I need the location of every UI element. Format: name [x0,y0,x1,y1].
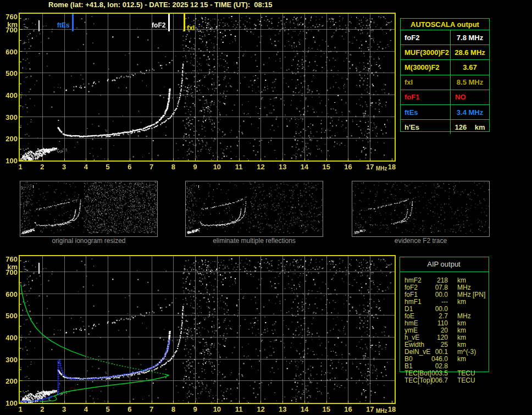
marker-ftEs-label: ftEs [57,21,70,29]
autoscala-row-label: M(3000)F2 [401,60,451,74]
marker-ftEs-line [72,14,74,31]
y-tick-label: 300 [1,113,18,121]
autoscala-row-label: MUF(3000)F2 [401,45,451,59]
y-tick-label: 500 [1,312,18,320]
aip-panel: AIP output hmF2218kmfoF207.8MHzfoF100.0M… [400,257,489,391]
ionogram-plot-bottom [19,255,396,404]
x-tick-label: 6 [124,405,136,413]
x-tick-label: 2 [36,163,48,171]
autoscala-row-value: 28.6 MHz [451,48,489,57]
autoscala-row: foF1NO [401,90,489,104]
aip-row-unit: km [457,356,466,363]
autoscala-row: M(3000)F23.67 [401,59,489,74]
thumbnail-original-canvas [20,181,157,234]
y-tick-label: 200 [1,135,18,143]
x-tick-label: 7 [146,163,158,171]
autoscala-row-label: fxI [401,75,451,90]
autoscala-row-value: 3.4 MHz [451,108,489,117]
page-title: Rome (lat: +41.8, lon: 012.5) - DATE: 20… [48,1,273,9]
y-tick-label: 700 [1,26,18,34]
x-tick-label: 3 [58,405,70,413]
x-tick-label: 10 [211,405,223,413]
y-tick-label: 600 [1,48,18,56]
x-tick-label: 12 [254,163,267,171]
x-axis-unit-label: MHz [376,165,387,171]
x-tick-label: 9 [189,163,201,171]
autoscala-row-value: 126 km [451,123,489,131]
x-tick-label: 5 [102,405,114,413]
y-tick-label: 500 [1,69,18,78]
autoscala-header: AUTOSCALA output [401,19,489,30]
thumbnail-eliminate-reflections [185,181,323,237]
x-tick-label: 2 [36,405,48,413]
autoscala-panel: AUTOSCALA output foF27.8 MHzMUF(3000)F22… [400,18,490,132]
y-tick-label: 760 [1,255,18,263]
y-tick-label: 400 [1,91,18,99]
x-tick-label: 11 [233,405,245,413]
autoscala-row-value: 8.5 MHz [451,78,489,86]
x-tick-label: 9 [189,405,201,413]
x-tick-label: 18 [386,163,398,171]
marker-fxI-line [184,14,185,31]
x-tick-label: 14 [298,163,311,171]
autoscala-row: fxI8.5 MHz [401,75,489,90]
y-tick-label: 600 [1,290,18,298]
x-tick-label: 16 [342,405,354,413]
artifact-tick-bottom [38,263,40,274]
ionogram-canvas-top [20,14,395,161]
y-tick-label: 200 [1,377,18,385]
aip-row-extra: [PN] [473,291,485,298]
x-tick-label: 12 [254,405,267,413]
aip-row-unit: km [457,298,466,306]
x-tick-label: 14 [298,405,311,413]
thumbnail-evidence-canvas [352,181,489,234]
x-tick-label: 13 [276,163,289,171]
ionogram-canvas-bottom [20,256,395,403]
aip-header: AIP output [400,260,488,268]
x-tick-label: 4 [80,405,92,413]
x-axis-unit-label: MHz [376,408,387,414]
autoscala-row-value: NO [451,93,489,101]
artifact-tick-top [38,20,40,31]
y-tick-label: 300 [1,356,18,364]
x-tick-label: 3 [58,163,70,171]
y-tick-label: 400 [1,334,18,342]
x-tick-label: 8 [167,405,179,413]
autoscala-row-value: 7.8 MHz [451,34,489,42]
thumbnail-original-caption: original ionogram resized [20,237,158,245]
x-tick-label: 5 [102,163,114,171]
autoscala-row-value: 3.67 [451,63,489,71]
x-tick-label: 7 [146,405,158,413]
aip-row-value: 006.7 [422,377,448,384]
aip-row: TEC[Top]006.7TECU [400,377,489,384]
autoscala-row: ftEs3.4 MHz [401,104,489,119]
x-tick-label: 15 [320,163,332,171]
autoscala-row: foF27.8 MHz [401,30,489,45]
x-tick-label: 18 [386,405,398,413]
thumbnail-evidence-f2 [352,181,490,237]
thumbnail-eliminate-caption: eliminate multiple reflections [185,237,323,245]
y-tick-label: 100 [1,157,18,165]
y-tick-label: 760 [1,13,18,21]
autoscala-row-label: h'Es [401,120,451,134]
x-tick-label: 8 [167,163,179,171]
x-tick-label: 17 [364,163,376,171]
autoscala-row-label: foF1 [401,90,451,104]
x-tick-label: 17 [364,405,376,413]
marker-foF2-line [168,14,170,31]
thumbnail-original-ionogram [20,181,158,237]
x-tick-label: 15 [320,405,332,413]
y-tick-label: 100 [1,399,18,407]
thumbnail-eliminate-canvas [186,181,323,234]
marker-foF2-label: foF2 [152,21,165,29]
marker-fxI-label: fxI [187,24,195,32]
x-tick-label: 11 [233,163,245,171]
aip-row-unit: TECU [457,377,475,384]
thumbnail-evidence-caption: evidence F2 trace [352,237,490,245]
x-tick-label: 16 [342,163,354,171]
y-tick-label: 700 [1,268,18,276]
autoscala-row: h'Es126 km [401,119,489,134]
ionogram-plot-top: ftEsfoF2fxI [19,13,396,162]
x-tick-label: 4 [80,163,92,171]
autoscala-rows: foF27.8 MHzMUF(3000)F228.6 MHzM(3000)F23… [401,30,489,134]
